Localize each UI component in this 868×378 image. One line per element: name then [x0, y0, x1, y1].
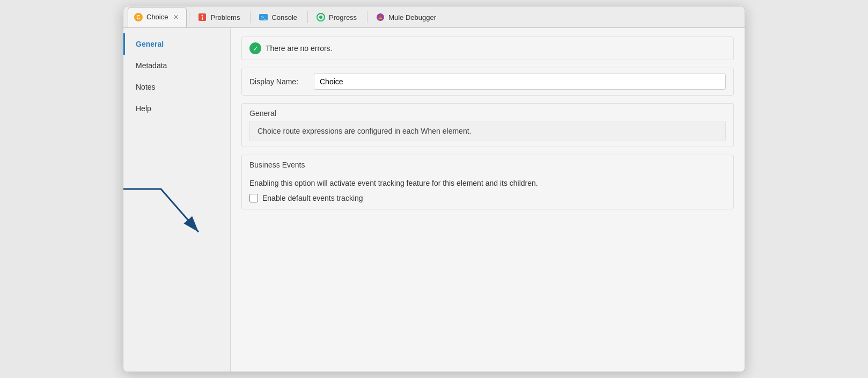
tab-mule-debugger-label: Mule Debugger	[388, 13, 436, 21]
tab-problems-label: Problems	[210, 13, 240, 21]
problems-icon	[197, 12, 207, 22]
sidebar-item-general[interactable]: General	[123, 33, 230, 55]
tab-mule-debugger[interactable]: Mule Debugger	[370, 7, 444, 27]
general-info-text: Choice route expressions are configured …	[258, 127, 471, 135]
display-name-section: Display Name:	[241, 68, 734, 96]
tab-separator-2	[250, 11, 251, 23]
enable-tracking-checkbox[interactable]	[249, 194, 258, 202]
tab-separator-1	[189, 11, 189, 23]
mule-debugger-icon	[376, 12, 385, 22]
business-events-body: Enabling this option will activate event…	[242, 172, 733, 209]
general-info-box: Choice route expressions are configured …	[249, 121, 726, 141]
main-window: C Choice ✕ Problems >_	[123, 6, 745, 372]
enable-tracking-label[interactable]: Enable default events tracking	[262, 194, 363, 202]
status-message: There are no errors.	[266, 44, 333, 53]
tab-choice[interactable]: C Choice ✕	[128, 7, 187, 27]
tab-progress[interactable]: Progress	[310, 7, 365, 27]
tab-bar: C Choice ✕ Problems >_	[123, 6, 745, 28]
svg-rect-4	[202, 17, 203, 20]
tab-choice-close[interactable]: ✕	[173, 14, 179, 20]
general-section: General Choice route expressions are con…	[241, 103, 734, 147]
business-events-desc: Enabling this option will activate event…	[249, 179, 726, 187]
tab-separator-4	[367, 11, 367, 23]
general-section-header: General	[242, 104, 733, 121]
main-content: General Metadata Notes Help	[123, 28, 745, 372]
sidebar-item-help[interactable]: Help	[123, 98, 230, 119]
sidebar-item-metadata[interactable]: Metadata	[123, 55, 230, 76]
svg-point-3	[202, 15, 203, 17]
svg-point-9	[319, 16, 322, 19]
progress-icon	[316, 12, 326, 22]
display-name-row: Display Name:	[242, 68, 733, 95]
annotation-arrow	[123, 184, 225, 253]
svg-text:C: C	[136, 14, 140, 20]
sidebar: General Metadata Notes Help	[123, 28, 231, 372]
tab-progress-label: Progress	[329, 13, 357, 21]
sidebar-item-notes[interactable]: Notes	[123, 76, 230, 98]
console-icon: >_	[259, 12, 268, 22]
status-bar: ✓ There are no errors.	[241, 37, 734, 60]
display-name-input[interactable]	[314, 74, 726, 90]
tab-problems[interactable]: Problems	[192, 7, 248, 27]
tab-console-label: Console	[271, 13, 297, 21]
svg-text:>_: >_	[261, 15, 267, 20]
display-name-label: Display Name:	[249, 77, 314, 86]
business-events-section: Business Events Enabling this option wil…	[241, 155, 734, 209]
business-events-header: Business Events	[242, 155, 733, 172]
svg-point-10	[377, 13, 384, 21]
tab-separator-3	[307, 11, 308, 23]
checkbox-row: Enable default events tracking	[249, 194, 726, 202]
tab-console[interactable]: >_ Console	[253, 7, 305, 27]
tab-choice-label: Choice	[146, 13, 168, 21]
right-panel: ✓ There are no errors. Display Name: Gen…	[231, 28, 745, 372]
choice-icon: C	[134, 12, 143, 22]
status-ok-icon: ✓	[249, 42, 261, 54]
